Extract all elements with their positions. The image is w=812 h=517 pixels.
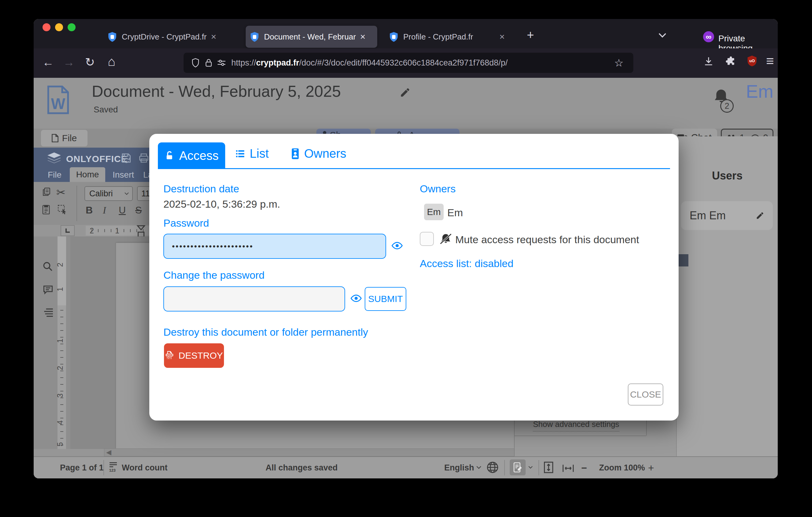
- cut-scissors-icon[interactable]: ✂: [56, 186, 65, 199]
- reload-icon[interactable]: ↻: [85, 56, 95, 68]
- owner-name: Em: [447, 207, 463, 219]
- editing-mode-button[interactable]: [510, 459, 526, 475]
- toolbar-divider: [77, 186, 77, 221]
- ublock-icon[interactable]: uO: [747, 55, 757, 67]
- list-tabs-chevron-icon[interactable]: [658, 32, 667, 38]
- tab-stop-selector[interactable]: [61, 225, 75, 236]
- tab-close-icon[interactable]: ×: [499, 31, 505, 42]
- vertical-ruler[interactable]: 2 1 1 2 3 4 5: [58, 237, 66, 449]
- tab-close-icon[interactable]: ×: [360, 31, 366, 42]
- strikethrough-button[interactable]: S: [135, 205, 142, 216]
- url-bar[interactable]: https://cryptpad.fr/doc/#/3/doc/edit/ff0…: [183, 53, 633, 73]
- chevron-down-icon[interactable]: [476, 466, 482, 469]
- bold-button[interactable]: B: [86, 205, 93, 216]
- url-domain: cryptpad.fr: [256, 58, 299, 67]
- user-card[interactable]: Em Em: [681, 201, 773, 230]
- oo-tab-file[interactable]: File: [48, 170, 61, 180]
- indent-marker-icon[interactable]: [136, 225, 146, 238]
- rename-pencil-icon[interactable]: [400, 87, 411, 98]
- mute-checkbox[interactable]: [420, 232, 434, 246]
- spellcheck-globe-icon[interactable]: [487, 461, 499, 473]
- tab-owners[interactable]: Owners: [291, 147, 346, 161]
- submit-button[interactable]: SUBMIT: [365, 287, 406, 311]
- zoom-out-button[interactable]: −: [581, 462, 587, 474]
- comments-icon[interactable]: [42, 284, 54, 295]
- url-text[interactable]: https://cryptpad.fr/doc/#/3/doc/edit/ff0…: [231, 58, 508, 68]
- oo-tab-insert[interactable]: Insert: [113, 170, 134, 180]
- reveal-password-eye-icon[interactable]: [392, 242, 403, 250]
- tab-cryptdrive[interactable]: CryptDrive - CryptPad.fr ×: [104, 26, 237, 48]
- close-button[interactable]: CLOSE: [628, 383, 663, 406]
- language-label[interactable]: English: [444, 463, 474, 472]
- advanced-settings-link[interactable]: Show advanced settings: [533, 419, 619, 432]
- edit-name-pencil-icon[interactable]: [756, 211, 764, 220]
- file-menu-button[interactable]: File: [41, 130, 87, 146]
- download-icon[interactable]: [704, 56, 714, 66]
- change-password-label: Change the password: [164, 269, 265, 281]
- users-drawer: Users Em Em: [676, 136, 778, 456]
- copy-icon[interactable]: [41, 187, 51, 197]
- zoom-in-button[interactable]: +: [648, 462, 654, 474]
- extension-puzzle-icon[interactable]: [726, 56, 735, 66]
- tab-close-icon[interactable]: ×: [211, 31, 216, 42]
- access-list-link[interactable]: Access list: disabled: [420, 257, 513, 270]
- word-count-label[interactable]: Word count: [122, 463, 167, 472]
- word-document-icon: W: [47, 84, 70, 115]
- owners-label: Owners: [420, 183, 456, 195]
- page-indicator[interactable]: Page 1 of 1: [60, 463, 104, 472]
- avatar[interactable]: Em: [746, 81, 774, 102]
- svg-text:W: W: [51, 95, 65, 112]
- svg-text:uO: uO: [749, 58, 755, 63]
- document-title: Document - Wed, February 5, 2025: [92, 82, 341, 101]
- new-password-input[interactable]: [164, 287, 345, 311]
- navigation-headings-icon[interactable]: [42, 307, 54, 317]
- tracking-shield-icon[interactable]: [192, 58, 200, 67]
- minimize-window-button[interactable]: [55, 23, 63, 31]
- tab-strip: CryptDrive - CryptPad.fr × Document - We…: [34, 19, 778, 48]
- print-icon[interactable]: [138, 153, 149, 164]
- onlyoffice-brand: ONLYOFFICE: [66, 154, 127, 164]
- tab-profile[interactable]: Profile - CryptPad.fr ×: [385, 26, 517, 48]
- lock-icon[interactable]: [205, 58, 212, 67]
- font-name-select[interactable]: Calibri: [84, 186, 133, 201]
- close-window-button[interactable]: [42, 23, 51, 31]
- destruction-date-value: 2025-02-10, 5:36:29 p.m.: [164, 198, 280, 210]
- new-tab-button[interactable]: +: [527, 28, 534, 42]
- save-icon[interactable]: [120, 153, 132, 164]
- file-doc-icon: [52, 134, 58, 142]
- select-all-icon[interactable]: [57, 204, 67, 214]
- tab-list[interactable]: List: [235, 147, 269, 161]
- cryptpad-shield-icon: [389, 31, 398, 42]
- chevron-down-icon[interactable]: [528, 466, 533, 469]
- status-divider: [104, 460, 104, 475]
- underline-button[interactable]: U: [119, 205, 126, 216]
- fit-page-icon[interactable]: [543, 461, 554, 474]
- fit-width-icon[interactable]: [562, 464, 575, 473]
- unlock-icon: [165, 150, 174, 161]
- zoom-window-button[interactable]: [68, 23, 76, 31]
- permissions-icon[interactable]: [217, 59, 226, 66]
- password-input[interactable]: ••••••••••••••••••••••: [164, 234, 386, 259]
- tab-document-active[interactable]: Document - Wed, February 5, 2 ×: [246, 26, 377, 48]
- forward-icon[interactable]: →: [63, 56, 75, 68]
- tab-access-active[interactable]: Access: [158, 142, 225, 169]
- notification-badge: 2: [720, 99, 734, 113]
- back-icon[interactable]: ←: [42, 56, 54, 68]
- tab-title: Profile - CryptPad.fr: [403, 32, 473, 42]
- paste-icon[interactable]: [41, 204, 51, 215]
- scroll-left-arrow[interactable]: ◀: [106, 449, 111, 456]
- menu-hamburger-icon[interactable]: ≡: [766, 55, 774, 67]
- bookmark-star-icon[interactable]: ☆: [614, 57, 624, 69]
- search-icon[interactable]: [42, 261, 53, 272]
- cryptpad-shield-icon: [108, 31, 117, 42]
- panel-bottom-line: [515, 436, 646, 436]
- destroy-button[interactable]: DESTROY: [164, 343, 224, 368]
- chevron-down-icon: [124, 192, 129, 195]
- horizontal-scrollbar[interactable]: ◀ ▶: [104, 448, 536, 456]
- home-icon[interactable]: ⌂: [108, 56, 115, 67]
- oo-tab-home-active[interactable]: Home: [70, 167, 105, 182]
- reveal-new-password-eye-icon[interactable]: [351, 294, 361, 302]
- italic-button[interactable]: I: [103, 205, 106, 216]
- private-browsing-mask-icon: ∞: [703, 31, 714, 42]
- status-bar: Page 1 of 1 123 Word count All changes s…: [34, 456, 778, 479]
